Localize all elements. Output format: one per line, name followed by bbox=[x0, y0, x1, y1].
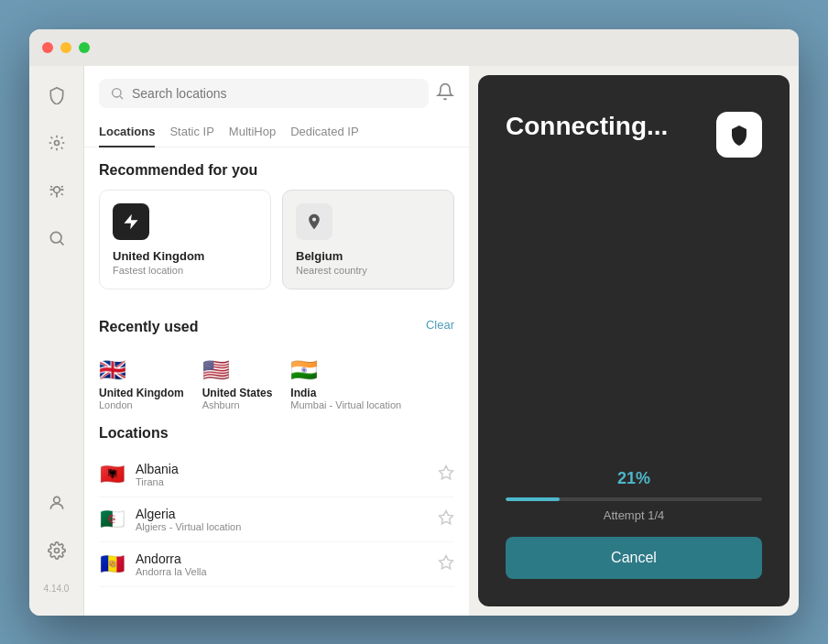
tab-locations[interactable]: Locations bbox=[99, 117, 155, 147]
algeria-flag: 🇩🇿 bbox=[99, 508, 125, 531]
attempt-text: Attempt 1/4 bbox=[506, 508, 762, 522]
uk-country: United Kingdom bbox=[99, 387, 184, 399]
locations-section-title: Locations bbox=[99, 425, 454, 442]
recent-item-india[interactable]: 🇮🇳 India Mumbai - Virtual location bbox=[290, 357, 401, 410]
titlebar bbox=[29, 29, 799, 66]
andorra-info: Andorra Andorra la Vella bbox=[136, 551, 438, 577]
sidebar-icon-search[interactable] bbox=[42, 224, 71, 253]
location-item-andorra[interactable]: 🇦🇩 Andorra Andorra la Vella bbox=[99, 542, 454, 587]
uk-city: London bbox=[99, 399, 133, 410]
us-city: Ashburn bbox=[202, 399, 240, 410]
recent-item-uk[interactable]: 🇬🇧 United Kingdom London bbox=[99, 357, 184, 410]
bolt-icon bbox=[122, 213, 140, 231]
sidebar-icon-bug[interactable] bbox=[42, 176, 71, 205]
tab-static-ip[interactable]: Static IP bbox=[169, 117, 213, 147]
vpn-logo-button[interactable] bbox=[716, 112, 762, 158]
algeria-star-icon[interactable] bbox=[438, 509, 454, 529]
us-flag: 🇺🇸 bbox=[202, 357, 230, 383]
location-list: 🇦🇱 Albania Tirana 🇩🇿 bbox=[99, 453, 454, 587]
connecting-bottom: 21% Attempt 1/4 Cancel bbox=[506, 469, 762, 579]
india-flag: 🇮🇳 bbox=[290, 357, 318, 383]
andorra-name: Andorra bbox=[136, 551, 438, 566]
locations-scroll[interactable]: Recommended for you United Kingdom Faste… bbox=[84, 147, 469, 616]
connecting-panel: Connecting... 21% Attempt 1/4 Cancel bbox=[478, 75, 790, 606]
search-icon bbox=[110, 86, 125, 101]
app-window: 4.14.0 bbox=[29, 29, 799, 616]
sidebar-icon-settings-alt[interactable] bbox=[42, 128, 71, 158]
recently-used-title: Recently used bbox=[99, 319, 198, 335]
vpn-shield-icon bbox=[728, 124, 750, 146]
india-city: Mumbai - Virtual location bbox=[290, 399, 401, 410]
albania-name: Albania bbox=[136, 462, 438, 476]
albania-flag: 🇦🇱 bbox=[99, 463, 125, 486]
algeria-name: Algeria bbox=[136, 507, 438, 521]
recently-used-header: Recently used Clear bbox=[99, 304, 454, 346]
sidebar: 4.14.0 bbox=[29, 66, 84, 616]
albania-city: Tirana bbox=[136, 476, 438, 487]
version-label: 4.14.0 bbox=[44, 584, 70, 594]
uk-flag: 🇬🇧 bbox=[99, 357, 126, 383]
search-input[interactable] bbox=[132, 86, 418, 101]
svg-point-4 bbox=[54, 548, 59, 552]
svg-marker-7 bbox=[440, 465, 453, 478]
svg-point-3 bbox=[53, 497, 60, 503]
sidebar-icon-gear[interactable] bbox=[42, 536, 71, 565]
search-bar bbox=[84, 66, 469, 117]
progress-percent: 21% bbox=[506, 469, 762, 488]
algeria-info: Algeria Algiers - Virtual location bbox=[136, 507, 438, 532]
minimize-button[interactable] bbox=[60, 42, 71, 53]
locations-panel: Locations Static IP MultiHop Dedicated I… bbox=[84, 66, 469, 616]
pin-icon-container bbox=[296, 203, 332, 240]
connecting-title: Connecting... bbox=[506, 112, 668, 141]
recommended-card-belgium[interactable]: Belgium Nearest country bbox=[282, 190, 454, 289]
recommended-card-uk[interactable]: United Kingdom Fastest location bbox=[99, 190, 271, 289]
connecting-top: Connecting... bbox=[506, 112, 762, 158]
progress-bar-bg bbox=[506, 497, 762, 501]
svg-marker-8 bbox=[440, 510, 453, 523]
svg-point-0 bbox=[54, 140, 59, 145]
maximize-button[interactable] bbox=[79, 42, 90, 53]
rec-uk-country: United Kingdom bbox=[113, 249, 257, 263]
pin-icon bbox=[305, 213, 323, 231]
notification-bell-icon[interactable] bbox=[436, 82, 454, 104]
us-country: United States bbox=[202, 387, 273, 399]
andorra-star-icon[interactable] bbox=[438, 554, 454, 574]
cancel-button[interactable]: Cancel bbox=[506, 537, 762, 579]
albania-star-icon[interactable] bbox=[438, 464, 454, 485]
tab-dedicated-ip[interactable]: Dedicated IP bbox=[290, 117, 358, 147]
svg-point-1 bbox=[53, 186, 60, 192]
tab-multihop[interactable]: MultiHop bbox=[229, 117, 276, 147]
location-item-albania[interactable]: 🇦🇱 Albania Tirana bbox=[99, 453, 454, 497]
svg-marker-6 bbox=[125, 213, 138, 229]
location-item-algeria[interactable]: 🇩🇿 Algeria Algiers - Virtual location bbox=[99, 497, 454, 542]
india-country: India bbox=[290, 387, 316, 399]
albania-info: Albania Tirana bbox=[136, 462, 438, 487]
svg-point-5 bbox=[113, 88, 121, 96]
svg-marker-9 bbox=[440, 555, 453, 568]
tabs: Locations Static IP MultiHop Dedicated I… bbox=[84, 117, 469, 147]
bolt-icon-container bbox=[113, 203, 149, 240]
recommended-grid: United Kingdom Fastest location Belgium … bbox=[99, 190, 454, 289]
andorra-city: Andorra la Vella bbox=[136, 566, 438, 577]
rec-belgium-country: Belgium bbox=[296, 249, 441, 263]
recent-items: 🇬🇧 United Kingdom London 🇺🇸 United State… bbox=[99, 357, 454, 410]
svg-point-2 bbox=[50, 232, 61, 243]
close-button[interactable] bbox=[42, 42, 53, 53]
sidebar-icon-shield[interactable] bbox=[42, 81, 71, 110]
rec-belgium-subtitle: Nearest country bbox=[296, 265, 441, 276]
recommended-title: Recommended for you bbox=[99, 162, 454, 179]
sidebar-icon-user[interactable] bbox=[42, 488, 71, 518]
search-input-wrapper[interactable] bbox=[99, 79, 429, 108]
andorra-flag: 🇦🇩 bbox=[99, 552, 125, 576]
progress-bar-fill bbox=[506, 497, 560, 501]
recent-item-us[interactable]: 🇺🇸 United States Ashburn bbox=[202, 357, 273, 410]
rec-uk-subtitle: Fastest location bbox=[113, 265, 257, 276]
main-content: 4.14.0 bbox=[29, 66, 799, 616]
clear-button[interactable]: Clear bbox=[426, 318, 454, 332]
algeria-city: Algiers - Virtual location bbox=[136, 521, 438, 532]
